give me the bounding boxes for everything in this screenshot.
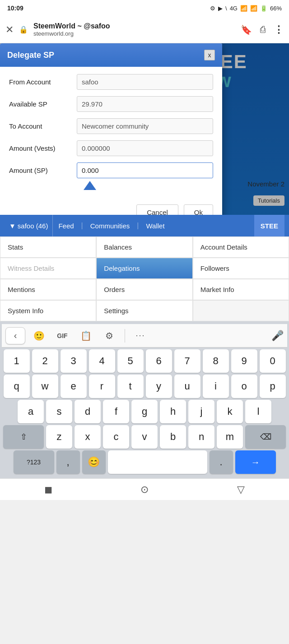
key-5[interactable]: 5 [117,349,144,373]
key-2[interactable]: 2 [32,349,58,373]
from-account-label: From Account [9,78,77,86]
key-l[interactable]: l [245,400,271,423]
comma-key[interactable]: , [56,450,80,474]
share-icon[interactable]: ⎙ [260,24,266,35]
home-nav-icon[interactable]: ⊙ [140,484,149,496]
key-t[interactable]: t [117,375,144,398]
key-k[interactable]: k [217,400,243,423]
key-b[interactable]: b [160,425,186,449]
key-z[interactable]: z [46,425,72,449]
key-1[interactable]: 1 [4,349,30,373]
period-key[interactable]: . [210,450,233,474]
bottom-row: ?123 , 😊 . → [2,450,287,474]
nav-user-dropdown[interactable]: ▼ safoo (46) [5,222,52,230]
nav-feed[interactable]: Feed [52,215,79,236]
amount-vests-label: Amount (Vests) [9,144,77,152]
key-a[interactable]: a [18,400,44,423]
keyboard-back-button[interactable]: ‹ [5,327,25,344]
mic-icon[interactable]: 🎤 [271,330,284,342]
recents-nav-icon[interactable]: ▽ [237,484,245,496]
key-q[interactable]: q [4,375,30,398]
from-account-input[interactable] [77,74,213,90]
amount-vests-input[interactable] [77,140,213,156]
amount-vests-row: Amount (Vests) [9,140,213,156]
gif-button[interactable]: GIF [52,327,72,344]
browser-title: SteemWorld ~ @safoo [33,22,235,30]
delegate-sp-modal: Delegate SP x From Account Available SP … [0,43,222,215]
space-key[interactable] [108,450,207,474]
menu-delegations[interactable]: Delegations [96,258,192,279]
menu-settings[interactable]: Settings [96,300,192,321]
key-u[interactable]: u [174,375,200,398]
key-y[interactable]: y [146,375,172,398]
key-r[interactable]: r [89,375,115,398]
enter-key[interactable]: → [235,450,276,474]
nav-username: safoo (46) [18,222,48,230]
amount-sp-input[interactable] [77,162,213,178]
modal-header: Delegate SP x [0,43,222,67]
nav-wallet[interactable]: Wallet [140,215,170,236]
amount-sp-row: Amount (SP) [9,162,213,178]
status-time: 10:09 [7,5,23,12]
key-g[interactable]: g [131,400,158,423]
symbols-key[interactable]: ?123 [14,450,54,474]
available-sp-input[interactable] [77,96,213,112]
ok-button[interactable]: Ok [184,204,213,215]
key-p[interactable]: p [260,375,286,398]
modal-close-button[interactable]: x [204,50,215,60]
key-0[interactable]: 0 [260,349,286,373]
key-9[interactable]: 9 [231,349,257,373]
key-f[interactable]: f [103,400,129,423]
more-options-icon[interactable]: ··· [131,327,150,344]
key-7[interactable]: 7 [174,349,200,373]
menu-witness-details[interactable]: Witness Details [0,258,96,279]
sticker-icon[interactable]: 🙂 [29,327,49,344]
bookmark-icon[interactable]: 🔖 [241,24,252,35]
key-c[interactable]: c [103,425,129,449]
key-e[interactable]: e [61,375,87,398]
key-i[interactable]: i [203,375,229,398]
caret-up-icon [84,181,96,190]
menu-mentions[interactable]: Mentions [0,279,96,300]
nav-communities[interactable]: Communities [85,215,135,236]
backspace-key[interactable]: ⌫ [245,425,286,449]
key-3[interactable]: 3 [61,349,87,373]
menu-market-info[interactable]: Market Info [193,279,289,300]
key-4[interactable]: 4 [89,349,115,373]
key-m[interactable]: m [217,425,243,449]
menu-followers[interactable]: Followers [193,258,289,279]
key-x[interactable]: x [75,425,101,449]
key-h[interactable]: h [160,400,186,423]
menu-account-details[interactable]: Account Details [193,236,289,258]
to-account-label: To Account [9,122,77,130]
menu-balances[interactable]: Balances [96,236,192,258]
shift-key[interactable]: ⇧ [3,425,44,449]
menu-stats[interactable]: Stats [0,236,96,258]
signal-bars2-icon: 📶 [250,5,257,12]
nav-steem-button[interactable]: STEE [254,215,284,236]
key-s[interactable]: s [46,400,72,423]
clipboard-icon[interactable]: 📋 [76,327,96,344]
key-w[interactable]: w [32,375,58,398]
key-o[interactable]: o [231,375,257,398]
to-account-input[interactable] [77,118,213,134]
key-d[interactable]: d [75,400,101,423]
menu-grid: Stats Balances Account Details Witness D… [0,236,289,321]
key-6[interactable]: 6 [146,349,172,373]
menu-orders[interactable]: Orders [96,279,192,300]
key-n[interactable]: n [188,425,214,449]
available-sp-row: Available SP [9,96,213,112]
settings-icon[interactable]: ⚙ [99,327,119,344]
back-nav-icon[interactable]: ◼ [44,484,52,496]
key-j[interactable]: j [188,400,214,423]
browser-bar: ✕ 🔒 SteemWorld ~ @safoo steemworld.org 🔖… [0,16,289,43]
browser-url: steemworld.org [33,30,235,37]
emoji-key[interactable]: 😊 [82,450,106,474]
home-bar: ◼ ⊙ ▽ [0,478,289,500]
close-tab-icon[interactable]: ✕ [5,24,14,36]
cancel-button[interactable]: Cancel [136,204,178,215]
key-v[interactable]: v [131,425,158,449]
more-icon[interactable]: ⋮ [274,24,284,36]
key-8[interactable]: 8 [203,349,229,373]
menu-system-info[interactable]: System Info [0,300,96,321]
